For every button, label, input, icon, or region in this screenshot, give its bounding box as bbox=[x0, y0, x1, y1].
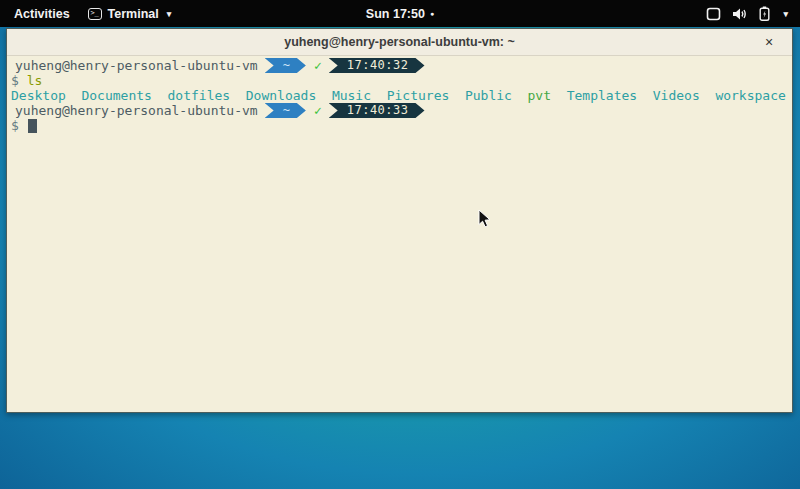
prompt-user: yuheng@henry-personal-ubuntu-vm bbox=[15, 58, 258, 73]
dir-item: Videos bbox=[653, 88, 700, 103]
dir-item-special: pvt bbox=[528, 88, 551, 103]
notification-dot-icon: ● bbox=[430, 10, 434, 17]
prompt-symbol: $ bbox=[11, 73, 19, 88]
dir-item: Desktop bbox=[11, 88, 66, 103]
prompt-user: yuheng@henry-personal-ubuntu-vm bbox=[15, 103, 258, 118]
prompt-line-2: yuheng@henry-personal-ubuntu-vm ~ ✓ 17:4… bbox=[7, 103, 792, 118]
prompt-time-segment: 17:40:33 bbox=[329, 103, 425, 118]
activities-button[interactable]: Activities bbox=[10, 5, 74, 23]
tray-chevron-down-icon: ▾ bbox=[783, 9, 788, 19]
system-tray[interactable]: ▾ bbox=[706, 0, 792, 27]
mouse-pointer-icon bbox=[478, 209, 491, 232]
prompt-time-segment: 17:40:32 bbox=[329, 58, 425, 73]
prompt-dir-segment: ~ bbox=[265, 58, 306, 73]
dir-item: Public bbox=[465, 88, 512, 103]
terminal-app-icon: >_ bbox=[88, 8, 102, 20]
prompt-dir-segment: ~ bbox=[265, 103, 306, 118]
close-icon[interactable]: × bbox=[760, 33, 778, 51]
terminal-window: yuheng@henry-personal-ubuntu-vm: ~ × yuh… bbox=[6, 28, 793, 413]
prompt-line-1: yuheng@henry-personal-ubuntu-vm ~ ✓ 17:4… bbox=[7, 58, 792, 73]
dir-item: Pictures bbox=[387, 88, 450, 103]
terminal-cursor bbox=[28, 119, 37, 133]
chevron-down-icon: ▾ bbox=[167, 9, 172, 19]
dir-item: Downloads bbox=[246, 88, 316, 103]
clock-label: Sun 17:50 bbox=[366, 7, 425, 21]
dir-item: Documents bbox=[81, 88, 151, 103]
battery-charging-icon bbox=[759, 6, 770, 21]
typed-command: ls bbox=[27, 73, 43, 88]
terminal-content[interactable]: yuheng@henry-personal-ubuntu-vm ~ ✓ 17:4… bbox=[7, 56, 792, 412]
check-icon: ✓ bbox=[314, 58, 322, 73]
app-menu-terminal[interactable]: >_ Terminal ▾ bbox=[88, 7, 172, 21]
check-icon: ✓ bbox=[314, 103, 322, 118]
command-line-1: $ ls bbox=[7, 73, 792, 88]
app-menu-label: Terminal bbox=[108, 7, 159, 21]
volume-icon bbox=[732, 7, 748, 21]
window-titlebar[interactable]: yuheng@henry-personal-ubuntu-vm: ~ × bbox=[7, 29, 792, 56]
ls-output: Desktop Documents dotfiles Downloads Mus… bbox=[7, 88, 792, 103]
dir-item: workspace bbox=[715, 88, 785, 103]
prompt-symbol: $ bbox=[11, 118, 19, 133]
command-line-2: $ bbox=[7, 118, 792, 133]
dir-item: Templates bbox=[567, 88, 637, 103]
top-bar: Activities >_ Terminal ▾ Sun 17:50 ● bbox=[0, 0, 800, 27]
display-icon bbox=[706, 7, 721, 21]
dir-item: dotfiles bbox=[168, 88, 231, 103]
window-title: yuheng@henry-personal-ubuntu-vm: ~ bbox=[284, 35, 515, 49]
desktop-wallpaper: Activities >_ Terminal ▾ Sun 17:50 ● bbox=[0, 0, 800, 489]
dir-item: Music bbox=[332, 88, 371, 103]
